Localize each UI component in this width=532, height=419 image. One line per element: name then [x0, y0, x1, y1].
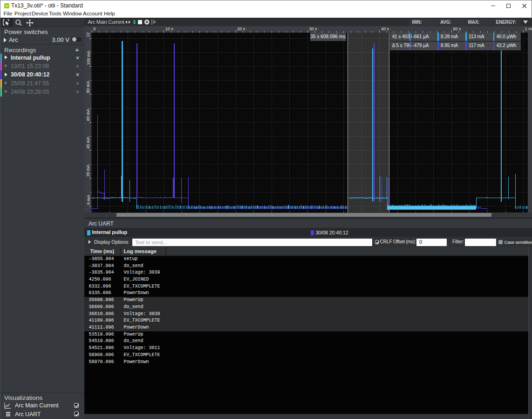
svg-text:1 min: 1 min	[525, 27, 532, 31]
svg-text:80 mA: 80 mA	[86, 81, 91, 93]
svg-text:60 mA: 60 mA	[86, 109, 91, 121]
svg-text:0: 0	[93, 27, 95, 31]
svg-text:50 s: 50 s	[453, 27, 461, 31]
svg-text:20 mA: 20 mA	[86, 165, 91, 177]
svg-text:100 mA: 100 mA	[86, 50, 91, 65]
svg-text:30 s: 30 s	[309, 27, 318, 31]
svg-text:40 s: 40 s	[381, 27, 389, 31]
svg-text:10 s: 10 s	[165, 27, 174, 31]
svg-text:40 mA: 40 mA	[86, 137, 91, 149]
svg-text:20 s: 20 s	[237, 27, 246, 31]
svg-text:0 mA: 0 mA	[86, 195, 91, 205]
